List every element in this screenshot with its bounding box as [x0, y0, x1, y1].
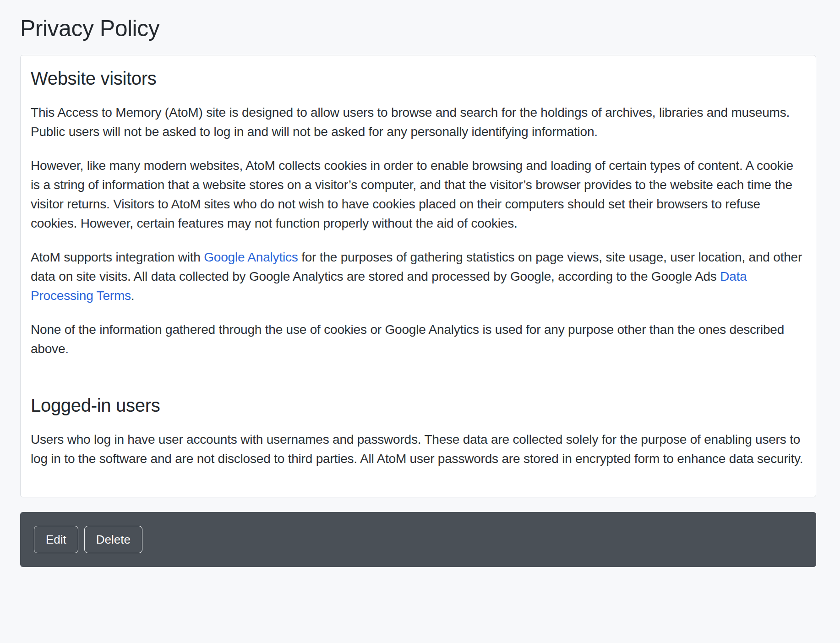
paragraph: This Access to Memory (AtoM) site is des… [31, 103, 806, 142]
section-heading: Logged-in users [31, 394, 806, 416]
text-segment: . [131, 289, 135, 303]
delete-button[interactable]: Delete [84, 526, 142, 553]
paragraph: None of the information gathered through… [31, 320, 806, 359]
google-analytics-link[interactable]: Google Analytics [204, 250, 298, 264]
text-segment: None of the information gathered through… [31, 322, 784, 356]
paragraph: Users who log in have user accounts with… [31, 430, 806, 469]
text-segment: AtoM supports integration with [31, 250, 204, 264]
page-title: Privacy Policy [20, 15, 816, 42]
content-card: Website visitorsThis Access to Memory (A… [20, 55, 816, 497]
text-segment: Users who log in have user accounts with… [31, 432, 803, 466]
paragraph: However, like many modern websites, AtoM… [31, 156, 806, 233]
paragraph: AtoM supports integration with Google An… [31, 248, 806, 305]
section-heading: Website visitors [31, 67, 806, 89]
text-segment: This Access to Memory (AtoM) site is des… [31, 105, 790, 139]
privacy-policy-page: Privacy Policy Website visitorsThis Acce… [0, 0, 840, 643]
text-segment: However, like many modern websites, AtoM… [31, 158, 793, 230]
actions-bar: Edit Delete [20, 512, 816, 567]
edit-button[interactable]: Edit [34, 526, 78, 553]
content-sections: Website visitorsThis Access to Memory (A… [31, 67, 806, 469]
